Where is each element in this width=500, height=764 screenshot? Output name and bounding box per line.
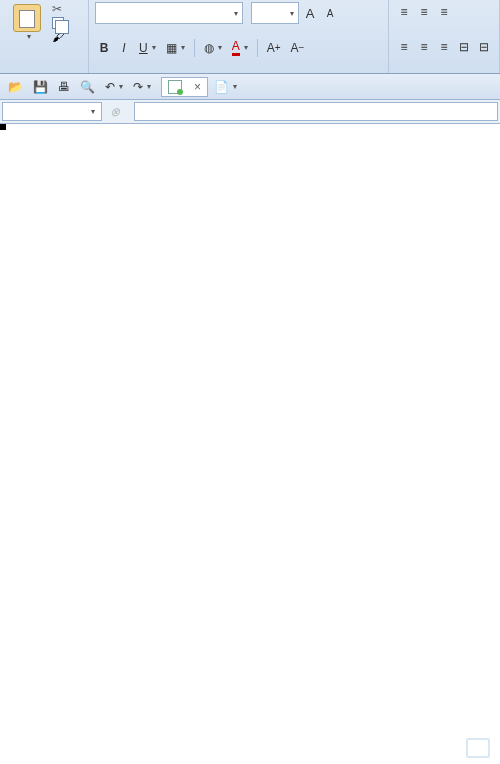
- fill-color-button[interactable]: ◍▾: [200, 38, 226, 58]
- chevron-down-icon: ▾: [290, 9, 294, 18]
- bucket-icon: ◍: [204, 41, 214, 55]
- merge-button[interactable]: ⊟: [455, 37, 473, 57]
- ribbon: ▾ ▾ ▾ A A B I U▾: [0, 0, 500, 74]
- align-right-button[interactable]: ≡: [435, 37, 453, 57]
- preview-button[interactable]: 🔍: [76, 77, 99, 97]
- copy-icon: [52, 17, 64, 29]
- document-tab[interactable]: ×: [161, 77, 208, 97]
- close-tab-button[interactable]: ×: [194, 80, 201, 94]
- alignment-group: ≡ ≡ ≡ ≡ ≡ ≡ ⊟ ⊟: [389, 0, 500, 73]
- print-button[interactable]: 🖶: [54, 77, 74, 97]
- align-middle-button[interactable]: ≡: [415, 2, 433, 22]
- cut-button[interactable]: [50, 2, 71, 16]
- italic-button[interactable]: I: [115, 38, 133, 58]
- wrap-button[interactable]: ⊟: [475, 37, 493, 57]
- scissors-icon: [52, 2, 66, 16]
- increase-font-button[interactable]: A: [301, 3, 319, 23]
- grow-font-button[interactable]: A+: [263, 38, 285, 58]
- font-size-select[interactable]: ▾: [251, 2, 299, 24]
- underline-button[interactable]: U▾: [135, 38, 160, 58]
- undo-button[interactable]: ↶▾: [101, 77, 127, 97]
- align-left-button[interactable]: ≡: [395, 37, 413, 57]
- align-bottom-button[interactable]: ≡: [435, 2, 453, 22]
- workbook-icon: [168, 80, 182, 94]
- paste-button[interactable]: ▾: [6, 2, 48, 43]
- align-center-button[interactable]: ≡: [415, 37, 433, 57]
- cancel-formula-icon[interactable]: ⊗: [110, 105, 120, 119]
- redo-button[interactable]: ↷▾: [129, 77, 155, 97]
- font-name-select[interactable]: ▾: [95, 2, 243, 24]
- chevron-down-icon: ▾: [27, 32, 31, 41]
- chevron-down-icon: ▾: [91, 107, 95, 116]
- font-color-button[interactable]: A▾: [228, 38, 252, 58]
- font-group-label: [95, 71, 382, 73]
- name-box[interactable]: ▾: [2, 102, 102, 121]
- align-top-button[interactable]: ≡: [395, 2, 413, 22]
- formula-input[interactable]: [134, 102, 498, 121]
- decrease-font-button[interactable]: A: [321, 3, 339, 23]
- copy-button[interactable]: [50, 17, 71, 29]
- formula-bar: ▾ ⊗: [0, 100, 500, 124]
- watermark-icon: [466, 738, 490, 758]
- save-button[interactable]: 💾: [29, 77, 52, 97]
- watermark: [466, 738, 494, 758]
- quick-access-toolbar: 📂 💾 🖶 🔍 ↶▾ ↷▾ × 📄▾: [0, 74, 500, 100]
- chevron-down-icon: ▾: [234, 9, 238, 18]
- shrink-font-button[interactable]: A−: [287, 38, 309, 58]
- bold-button[interactable]: B: [95, 38, 113, 58]
- clipboard-group: ▾: [0, 0, 89, 73]
- font-group: ▾ ▾ A A B I U▾ ▦▾ ◍▾ A▾ A+ A−: [89, 0, 389, 73]
- open-button[interactable]: 📂: [4, 77, 27, 97]
- new-tab-button[interactable]: 📄▾: [210, 77, 241, 97]
- border-button[interactable]: ▦▾: [162, 38, 189, 58]
- clipboard-group-label: [6, 71, 82, 73]
- alignment-group-label: [395, 71, 493, 73]
